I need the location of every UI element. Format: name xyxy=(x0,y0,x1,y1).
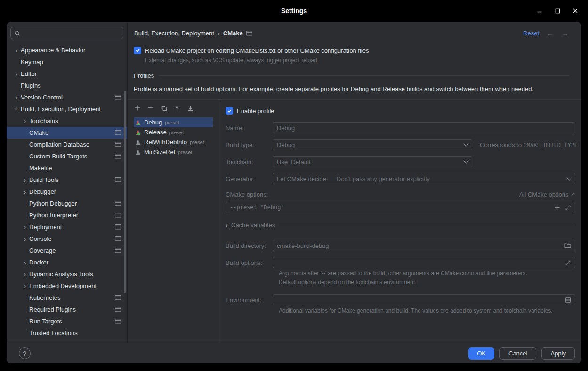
profiles-list-panel: DebugpresetReleasepresetRelWithDebInfopr… xyxy=(128,100,219,343)
sidebar-item-keymap[interactable]: Keymap xyxy=(7,56,127,68)
build-type-label: Build type: xyxy=(226,141,273,148)
sidebar-item-label: Toolchains xyxy=(29,117,58,124)
enable-profile-label[interactable]: Enable profile xyxy=(237,107,274,115)
settings-main: Build, Execution, Deployment › CMake Res… xyxy=(128,22,581,343)
cache-variables-divider xyxy=(278,225,575,225)
profile-preset-tag: preset xyxy=(169,130,184,135)
copy-profile-icon[interactable] xyxy=(160,104,168,112)
build-directory-input[interactable]: cmake-build-debug xyxy=(273,240,575,251)
maximize-icon[interactable] xyxy=(554,8,561,14)
enable-profile-checkbox[interactable] xyxy=(226,107,233,115)
environment-input[interactable] xyxy=(273,294,575,305)
external-link-icon: ↗ xyxy=(570,191,575,198)
chevron-right-icon[interactable]: › xyxy=(21,271,29,278)
chevron-right-icon[interactable]: › xyxy=(21,176,29,183)
sidebar-item-python-debugger[interactable]: Python Debugger xyxy=(7,198,127,209)
name-input[interactable]: Debug xyxy=(273,122,575,133)
search-icon xyxy=(14,30,20,36)
expand-field-icon[interactable] xyxy=(565,260,571,266)
apply-button[interactable]: Apply xyxy=(541,347,575,360)
chevron-right-icon[interactable]: › xyxy=(21,235,29,242)
chevron-right-icon[interactable]: › xyxy=(21,188,29,195)
move-up-icon[interactable] xyxy=(173,104,181,112)
reset-link[interactable]: Reset xyxy=(523,30,539,37)
sidebar-item-compilation-database[interactable]: Compilation Database xyxy=(7,139,127,150)
profile-item-minsizerel[interactable]: MinSizeRelpreset xyxy=(134,147,213,157)
variables-list-icon[interactable] xyxy=(565,297,571,303)
sidebar-item-python-interpreter[interactable]: Python Interpreter xyxy=(7,209,127,221)
search-input[interactable] xyxy=(23,29,120,37)
sidebar-item-kubernetes[interactable]: Kubernetes xyxy=(7,292,127,304)
sidebar-item-console[interactable]: ›Console xyxy=(7,233,127,245)
sidebar-item-toolchains[interactable]: ›Toolchains xyxy=(7,115,127,127)
cmake-options-input[interactable]: --preset "Debug" xyxy=(226,202,575,213)
expand-field-icon[interactable] xyxy=(565,205,571,211)
cancel-button[interactable]: Cancel xyxy=(499,347,536,360)
cmake-options-label: CMake options: xyxy=(226,191,268,198)
generator-select[interactable]: Let CMake decide Don’t pass any generato… xyxy=(273,173,575,184)
ok-button[interactable]: OK xyxy=(468,347,494,360)
toolchain-label: Toolchain: xyxy=(226,158,273,165)
chevron-right-icon[interactable]: › xyxy=(21,282,29,289)
minimize-icon[interactable] xyxy=(536,8,543,14)
back-arrow-icon[interactable]: ← xyxy=(546,29,554,37)
sidebar-item-embedded-development[interactable]: ›Embedded Development xyxy=(7,280,127,292)
remove-profile-icon[interactable] xyxy=(147,104,154,112)
sidebar-item-appearance-behavior[interactable]: ›Appearance & Behavior xyxy=(7,44,127,56)
chevron-right-icon: › xyxy=(217,29,220,37)
chevron-right-icon[interactable]: › xyxy=(21,117,29,124)
sidebar-item-deployment[interactable]: ›Deployment xyxy=(7,221,127,233)
sidebar-item-required-plugins[interactable]: Required Plugins xyxy=(7,304,127,315)
sidebar-item-coverage[interactable]: Coverage xyxy=(7,245,127,256)
chevron-right-icon: › xyxy=(226,222,228,229)
sidebar-item-cmake[interactable]: CMake xyxy=(7,127,127,139)
project-scope-icon xyxy=(115,213,121,218)
breadcrumb-section[interactable]: Build, Execution, Deployment xyxy=(134,30,214,37)
sidebar-item-custom-build-targets[interactable]: Custom Build Targets xyxy=(7,150,127,162)
reload-checkbox[interactable] xyxy=(134,47,141,54)
sidebar-scrollbar[interactable] xyxy=(124,91,126,293)
sidebar-item-plugins[interactable]: Plugins xyxy=(7,80,127,91)
toolchain-select[interactable]: Use Default xyxy=(273,156,472,167)
chevron-right-icon[interactable]: › xyxy=(21,223,29,231)
sidebar-item-build-tools[interactable]: ›Build Tools xyxy=(7,174,127,186)
sidebar-item-debugger[interactable]: ›Debugger xyxy=(7,186,127,198)
close-icon[interactable] xyxy=(572,8,579,14)
sidebar-item-docker[interactable]: ›Docker xyxy=(7,256,127,268)
add-option-icon[interactable] xyxy=(554,205,560,211)
chevron-right-icon[interactable]: › xyxy=(12,47,21,54)
sidebar-item-label: Makefile xyxy=(29,165,52,172)
chevron-right-icon[interactable]: › xyxy=(12,70,21,77)
sidebar-item-label: Compilation Database xyxy=(29,141,89,148)
build-options-input[interactable] xyxy=(273,257,575,268)
generator-value: Let CMake decide xyxy=(277,175,326,182)
cmake-options-header: CMake options: All CMake options ↗ xyxy=(226,191,575,198)
sidebar-item-editor[interactable]: ›Editor xyxy=(7,68,127,80)
cmake-build-type-code: CMAKE_BUILD_TYPE xyxy=(524,142,578,148)
move-down-icon[interactable] xyxy=(186,104,194,112)
chevron-right-icon[interactable]: › xyxy=(12,94,21,101)
all-cmake-options-link[interactable]: All CMake options ↗ xyxy=(519,191,575,198)
settings-search[interactable] xyxy=(10,27,123,39)
profile-item-release[interactable]: Releasepreset xyxy=(134,127,213,137)
profile-item-relwithdebinfo[interactable]: RelWithDebInfopreset xyxy=(134,137,213,147)
chevron-right-icon[interactable]: › xyxy=(21,259,29,266)
build-type-select[interactable]: Debug xyxy=(273,139,472,150)
sidebar-item-trusted-locations[interactable]: Trusted Locations xyxy=(7,327,127,339)
folder-icon[interactable] xyxy=(564,243,571,248)
enable-profile-row: Enable profile xyxy=(226,107,575,115)
sidebar-item-label: Coverage xyxy=(29,247,56,254)
sidebar-item-version-control[interactable]: ›Version Control xyxy=(7,91,127,103)
add-profile-icon[interactable] xyxy=(134,104,141,112)
sidebar-item-makefile[interactable]: Makefile xyxy=(7,162,127,174)
sidebar-item-build-execution-deployment[interactable]: ›Build, Execution, Deployment xyxy=(7,103,127,115)
cache-variables-row[interactable]: › Cache variables xyxy=(226,222,575,229)
reload-checkbox-label[interactable]: Reload CMake project on editing CMakeLis… xyxy=(145,47,369,54)
sidebar-item-run-targets[interactable]: Run Targets xyxy=(7,315,127,327)
help-icon[interactable]: ? xyxy=(19,347,31,359)
build-options-row: Build options: xyxy=(226,257,575,268)
sidebar-item-dynamic-analysis-tools[interactable]: ›Dynamic Analysis Tools xyxy=(7,268,127,280)
profile-item-debug[interactable]: Debugpreset xyxy=(134,117,213,127)
chevron-down-icon[interactable]: › xyxy=(13,105,20,114)
forward-arrow-icon[interactable]: → xyxy=(561,29,569,37)
